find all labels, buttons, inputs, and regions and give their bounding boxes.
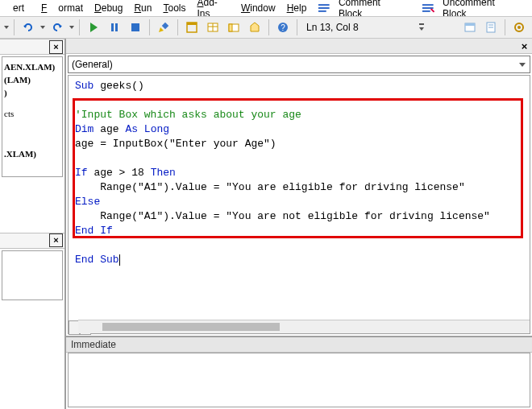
svg-rect-22 [465, 23, 475, 26]
svg-rect-3 [422, 4, 434, 6]
svg-rect-10 [162, 23, 168, 29]
svg-rect-5 [422, 10, 430, 12]
svg-rect-20 [419, 23, 424, 25]
project-explorer-header: × [0, 39, 64, 55]
menu-window[interactable]: Window [235, 1, 281, 15]
close-icon[interactable]: × [49, 40, 63, 54]
svg-rect-0 [318, 4, 330, 6]
undo-button[interactable] [19, 18, 38, 37]
code-editor[interactable]: Sub geeks() 'Input Box which asks about … [68, 75, 530, 334]
svg-rect-7 [111, 23, 114, 31]
svg-rect-1 [318, 7, 330, 9]
menu-tools[interactable]: Tools [157, 1, 191, 15]
reset-button[interactable] [126, 18, 145, 37]
svg-rect-12 [187, 23, 197, 25]
svg-rect-17 [229, 24, 232, 31]
svg-rect-2 [318, 10, 326, 12]
cursor-position: Ln 13, Col 8 [301, 22, 364, 33]
menu-insert[interactable]: ert [2, 1, 35, 15]
left-dock: × AEN.XLAM) (LAM) ) cts .XLAM) × [0, 39, 66, 409]
svg-text:?: ? [281, 23, 285, 32]
menu-run[interactable]: Run [128, 1, 157, 15]
extra-button-2[interactable] [481, 18, 501, 37]
project-explorer-button[interactable] [182, 18, 202, 37]
object-combo-value: (General) [72, 59, 113, 70]
menu-format[interactable]: Format [35, 1, 89, 15]
mdi-child-bar: × [66, 39, 532, 54]
undo-dropdown[interactable] [39, 19, 46, 36]
menu-debug[interactable]: Debug [89, 1, 128, 15]
properties-header: × [0, 233, 64, 249]
extra-button-3[interactable] [509, 18, 529, 37]
svg-line-6 [431, 9, 434, 12]
object-browser-button[interactable] [224, 18, 243, 37]
svg-point-27 [517, 26, 521, 29]
immediate-window[interactable] [68, 353, 530, 407]
code-text[interactable]: Sub geeks() 'Input Box which asks about … [69, 76, 530, 320]
close-icon[interactable]: × [49, 233, 63, 247]
help-button[interactable]: ? [273, 18, 293, 37]
break-button[interactable] [105, 18, 124, 37]
properties-button[interactable] [203, 18, 222, 37]
standard-toolbar: ? Ln 13, Col 8 [0, 16, 532, 39]
design-mode-button[interactable] [154, 18, 173, 37]
extra-button-1[interactable] [460, 18, 480, 37]
horizontal-scrollbar[interactable] [78, 320, 530, 333]
redo-dropdown[interactable] [69, 19, 75, 36]
properties-grid[interactable] [2, 250, 63, 300]
svg-rect-8 [115, 23, 118, 31]
toolbox-button[interactable] [245, 18, 264, 37]
svg-rect-9 [131, 23, 139, 31]
toolbar-overflow[interactable] [418, 19, 425, 36]
menu-bar: ert Format Debug Run Tools Add-Ins Windo… [0, 0, 532, 16]
close-icon[interactable]: × [518, 40, 530, 52]
project-tree[interactable]: AEN.XLAM) (LAM) ) cts .XLAM) [2, 56, 63, 177]
object-combo[interactable]: (General) [68, 56, 530, 73]
menu-help[interactable]: Help [281, 1, 313, 15]
immediate-title: Immediate [71, 339, 116, 350]
text-cursor [119, 254, 120, 266]
redo-button[interactable] [48, 18, 67, 37]
run-button[interactable] [84, 18, 103, 37]
toolbar-dropdown[interactable] [3, 19, 10, 36]
immediate-header: Immediate [66, 337, 532, 353]
